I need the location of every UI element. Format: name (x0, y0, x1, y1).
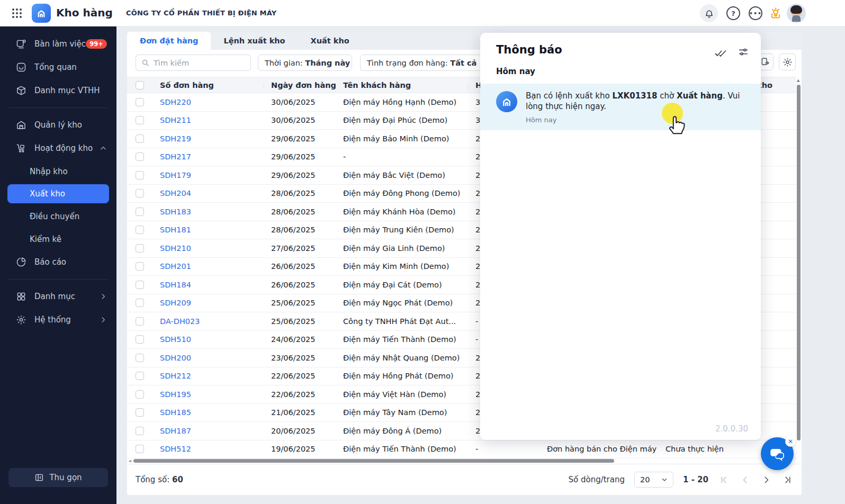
package-icon (16, 85, 26, 96)
table-cell: 29/06/2025 (264, 152, 336, 161)
row-checkbox[interactable] (136, 372, 144, 380)
sidebar-subitem-kiểm-kê[interactable]: Kiểm kê (0, 228, 116, 250)
order-number-link[interactable]: SDH179 (160, 171, 191, 179)
row-checkbox[interactable] (136, 390, 144, 399)
last-page-button[interactable] (781, 474, 793, 485)
whats-new-bulb-icon[interactable] (767, 4, 785, 22)
horizontal-scrollbar[interactable]: ◄ (127, 458, 796, 463)
sidebar-item-hệ-thống[interactable]: Hệ thống (0, 308, 116, 331)
table-cell: 27/06/2025 (264, 244, 336, 253)
order-number-cell: SDH510 (152, 335, 264, 344)
row-checkbox[interactable] (136, 354, 144, 362)
order-number-link[interactable]: SDH217 (160, 152, 191, 161)
app-grid-icon[interactable] (12, 8, 22, 19)
tab-xuất-kho[interactable]: Xuất kho (298, 32, 362, 50)
sidebar-item-danh-mục-vthh[interactable]: Danh mục VTHH (0, 79, 116, 102)
mark-all-read-icon[interactable] (714, 47, 727, 59)
row-checkbox-cell (127, 134, 152, 143)
sidebar-item-hoạt-động-kho[interactable]: Hoạt động kho (0, 137, 116, 160)
table-cell: 21/06/2025 (264, 408, 336, 417)
order-number-link[interactable]: SDH181 (160, 226, 191, 234)
table-cell: Điện máy Đại Phúc (Demo) (336, 116, 468, 124)
order-number-link[interactable]: SDH201 (160, 262, 191, 271)
table-cell: Điện máy Nhật Quang (Demo) (336, 354, 468, 362)
sidebar-item-danh-mục[interactable]: Danh mục (0, 285, 116, 308)
row-checkbox[interactable] (136, 244, 144, 253)
previous-page-button[interactable] (739, 474, 751, 485)
vertical-scrollbar[interactable]: ▲ (796, 79, 801, 458)
table-cell: Điện máy Đông Phong (Demo) (336, 189, 468, 197)
table-settings-button[interactable] (779, 53, 796, 70)
first-page-button[interactable] (718, 474, 730, 485)
row-checkbox[interactable] (136, 335, 144, 344)
order-number-link[interactable]: SDH220 (160, 98, 191, 106)
order-number-link[interactable]: DA-DH023 (160, 317, 200, 326)
row-checkbox-cell (127, 152, 152, 161)
row-checkbox[interactable] (136, 445, 144, 453)
sidebar-item-quản-lý-kho[interactable]: Quản lý kho (0, 113, 116, 137)
row-checkbox[interactable] (136, 427, 144, 435)
row-checkbox[interactable] (136, 189, 144, 197)
row-checkbox[interactable] (136, 98, 144, 106)
sidebar-item-tổng-quan[interactable]: Tổng quan (0, 56, 116, 79)
order-number-link[interactable]: SDH200 (160, 354, 191, 362)
order-number-link[interactable]: SDH212 (160, 372, 191, 380)
search-input[interactable] (154, 59, 245, 67)
row-checkbox[interactable] (136, 208, 144, 216)
scroll-left-arrow[interactable]: ◄ (128, 458, 131, 463)
table-cell: 28/06/2025 (264, 189, 336, 197)
select-all-checkbox[interactable] (136, 81, 144, 89)
order-number-link[interactable]: SDH185 (160, 408, 191, 417)
order-number-link[interactable]: SDH219 (160, 134, 191, 143)
chat-close-icon[interactable]: ✕ (785, 436, 796, 447)
scroll-up-arrow[interactable]: ▲ (797, 78, 799, 83)
sidebar-subitem-xuất-kho[interactable]: Xuất kho (7, 184, 109, 203)
order-number-link[interactable]: SDH209 (160, 299, 191, 307)
tab-đơn-đặt-hàng[interactable]: Đơn đặt hàng (127, 32, 211, 50)
collapse-sidebar-button[interactable]: Thu gọn (8, 468, 108, 487)
order-number-link[interactable]: SDH187 (160, 427, 191, 435)
row-checkbox[interactable] (136, 134, 144, 143)
chat-support-button[interactable]: ✕ (761, 437, 794, 470)
row-checkbox[interactable] (136, 171, 144, 179)
sidebar-item-báo-cáo[interactable]: Báo cáo (0, 250, 116, 274)
notifications-bell-icon[interactable] (700, 4, 718, 22)
row-checkbox[interactable] (136, 116, 144, 124)
sidebar-subitem-điều-chuyển[interactable]: Điều chuyển (0, 205, 116, 228)
page-range: 1 - 20 (683, 475, 708, 484)
row-checkbox[interactable] (136, 317, 144, 326)
order-number-link[interactable]: SDH184 (160, 281, 191, 289)
table-row[interactable]: SDH51219/06/2025Điện máy Tiến Thành (Dem… (127, 440, 796, 459)
vertical-scrollbar-thumb[interactable] (797, 85, 801, 440)
row-checkbox-cell (127, 372, 152, 380)
next-page-button[interactable] (760, 474, 772, 485)
tab-lệnh-xuất-kho[interactable]: Lệnh xuất kho (211, 32, 298, 50)
row-checkbox[interactable] (136, 226, 144, 234)
order-number-link[interactable]: SDH183 (160, 208, 191, 216)
sidebar-subitem-nhập-kho[interactable]: Nhập kho (0, 160, 116, 183)
user-avatar[interactable] (787, 4, 806, 23)
row-checkbox[interactable] (136, 281, 144, 289)
row-checkbox[interactable] (136, 262, 144, 271)
row-checkbox[interactable] (136, 299, 144, 307)
order-number-link[interactable]: SDH211 (160, 116, 191, 124)
order-number-link[interactable]: SDH195 (160, 390, 191, 399)
search-input-wrap (136, 55, 251, 71)
order-number-link[interactable]: SDH510 (160, 335, 191, 344)
notification-item[interactable]: Bạn có lệnh xuất kho LXK01318 chờ Xuất h… (480, 84, 761, 130)
order-status-filter-dropdown[interactable]: Tình trạng đơn hàng: Tất cả (360, 55, 487, 71)
row-checkbox[interactable] (136, 408, 144, 417)
rows-per-page-select[interactable]: 20 (634, 472, 673, 488)
order-number-link[interactable]: SDH204 (160, 189, 191, 197)
horizontal-scrollbar-thumb[interactable] (133, 459, 614, 463)
help-question-icon[interactable]: ? (724, 4, 742, 22)
order-number-link[interactable]: SDH512 (160, 445, 191, 453)
sidebar-item-bàn-làm-việc[interactable]: Bàn làm việc99+ (0, 32, 116, 56)
report-icon (16, 257, 26, 267)
company-name: CÔNG TY CỔ PHẦN THIẾT BỊ ĐIỆN MÁY (126, 9, 276, 17)
notification-settings-icon[interactable] (738, 47, 750, 59)
time-filter-dropdown[interactable]: Thời gian: Tháng này (258, 55, 352, 71)
order-number-link[interactable]: SDH210 (160, 244, 191, 253)
row-checkbox[interactable] (136, 152, 144, 161)
more-ellipsis-icon[interactable]: ••• (747, 4, 765, 22)
